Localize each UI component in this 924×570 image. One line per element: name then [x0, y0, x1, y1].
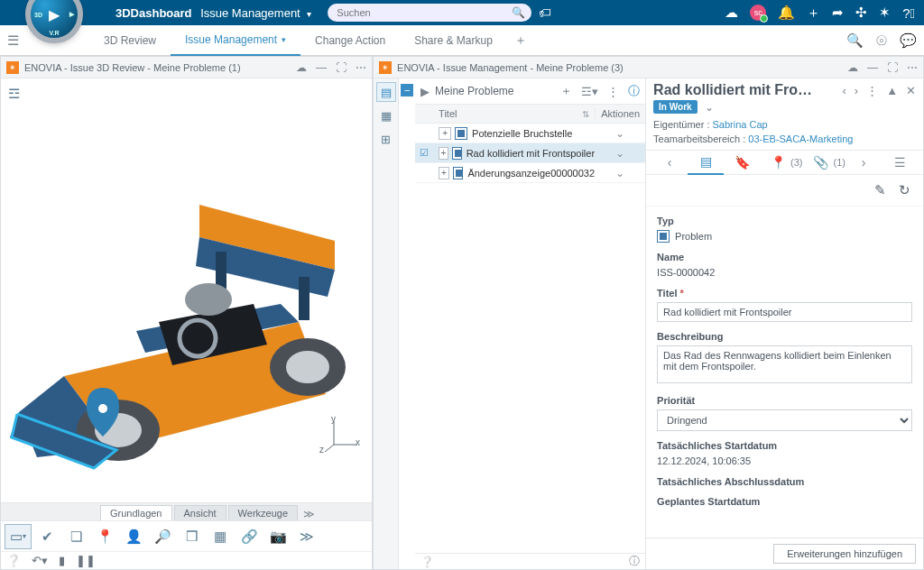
tool-cube[interactable]: ❒: [178, 524, 205, 549]
plus-icon[interactable]: ＋: [807, 5, 820, 22]
list-more-icon[interactable]: ⋮: [607, 85, 619, 98]
tool-layers[interactable]: ❏: [62, 524, 89, 549]
minimize-icon[interactable]: —: [316, 61, 327, 74]
share-icon[interactable]: ✣: [855, 5, 867, 21]
type-value: Problem: [675, 231, 712, 242]
row-actions-icon[interactable]: ⌄: [595, 127, 645, 140]
undo-icon[interactable]: ↶▾: [32, 554, 48, 567]
side-grid-icon[interactable]: ⊞: [376, 129, 396, 149]
axes-gizmo: y x z: [325, 418, 361, 452]
stop-icon[interactable]: ▮: [59, 554, 65, 567]
history-icon[interactable]: ↻: [899, 182, 910, 198]
tool-link[interactable]: 🔗: [236, 524, 263, 549]
minimize-icon[interactable]: —: [867, 61, 878, 74]
tag-icon[interactable]: 🏷: [539, 5, 551, 20]
coins-icon[interactable]: ⦾: [876, 32, 887, 49]
compass-widget[interactable]: W V.R ▶ 3D ▶: [29, 0, 79, 40]
tool-check[interactable]: ✔: [33, 524, 60, 549]
tab-change-action[interactable]: Change Action: [300, 25, 400, 56]
info-icon[interactable]: ⓘ: [628, 83, 640, 99]
vtab-ansicht[interactable]: Ansicht: [174, 505, 226, 520]
expand-icon[interactable]: +: [439, 147, 448, 160]
add-extensions-button[interactable]: Erweiterungen hinzufügen: [773, 544, 916, 564]
search-icon[interactable]: 🔍: [512, 6, 525, 19]
side-list-icon[interactable]: ▦: [376, 106, 396, 125]
tool-select[interactable]: ▭▾: [5, 524, 32, 549]
col-title[interactable]: Titel: [439, 108, 457, 119]
share-arrow-icon[interactable]: ➦: [832, 5, 844, 21]
title-input[interactable]: [657, 302, 912, 322]
more-icon[interactable]: ⋯: [907, 61, 918, 74]
pause-icon[interactable]: ❚❚: [76, 554, 96, 567]
expand-up-icon[interactable]: ▲: [886, 84, 898, 97]
tool-snapshot[interactable]: 📷: [264, 524, 291, 549]
search-input[interactable]: [328, 4, 531, 22]
owner-link[interactable]: Sabrina Cap: [713, 119, 768, 130]
tab-share-markup[interactable]: Share & Markup: [400, 25, 507, 56]
side-items-icon[interactable]: ▤: [376, 82, 396, 102]
add-tab-icon[interactable]: ＋: [514, 32, 527, 49]
help-icon[interactable]: ❔: [6, 554, 21, 567]
tab-issue-management[interactable]: Issue Management▾: [171, 25, 300, 56]
bell-icon[interactable]: 🔔: [778, 5, 795, 21]
row-actions-icon[interactable]: ⌄: [595, 167, 645, 179]
prev-icon[interactable]: ‹: [842, 84, 845, 97]
chevron-down-icon[interactable]: ▾: [307, 9, 311, 19]
expand-icon[interactable]: +: [439, 167, 449, 179]
hamburger-icon[interactable]: ☰: [7, 32, 19, 49]
vtab-grundlagen[interactable]: Grundlagen: [100, 505, 172, 520]
dtab-menu-icon[interactable]: ☰: [882, 155, 918, 170]
play-icon[interactable]: ▶: [420, 85, 430, 98]
cloud-icon[interactable]: ☁: [725, 5, 738, 21]
user-avatar[interactable]: sc: [750, 5, 766, 21]
row-checkbox[interactable]: ☑: [415, 147, 433, 159]
tab-3d-review[interactable]: 3D Review: [89, 25, 171, 56]
context-label[interactable]: Issue Management: [200, 6, 300, 20]
sort-icon[interactable]: ⇅: [582, 109, 589, 119]
table-row[interactable]: ☑ +Rad kollidiert mit Frontspoiler ⌄: [415, 143, 645, 163]
3d-viewport[interactable]: ☲: [1, 78, 372, 502]
tool-find[interactable]: 🔎: [149, 524, 176, 549]
next-icon[interactable]: ›: [855, 84, 858, 97]
add-issue-icon[interactable]: ＋: [560, 83, 572, 99]
tool-pin[interactable]: 📍: [91, 524, 118, 549]
help-icon[interactable]: ?⃝: [902, 5, 915, 21]
collapse-all-icon[interactable]: −: [401, 84, 413, 97]
help-icon[interactable]: ❔: [420, 556, 434, 568]
chat-icon[interactable]: 💬: [900, 32, 917, 49]
zoom-icon[interactable]: 🔍: [846, 32, 864, 49]
detail-next-icon[interactable]: ›: [845, 155, 882, 170]
tool-more[interactable]: ≫: [293, 524, 320, 549]
edit-icon[interactable]: ✎: [874, 182, 886, 198]
vtab-werkzeuge[interactable]: Werkzeuge: [228, 505, 298, 520]
cloud-icon[interactable]: ☁: [847, 61, 858, 74]
detail-prev-icon[interactable]: ‹: [651, 155, 688, 170]
tool-user[interactable]: 👤: [120, 524, 147, 549]
expand-icon[interactable]: +: [439, 127, 451, 140]
chevron-down-icon[interactable]: ⌄: [705, 101, 714, 114]
filter-icon[interactable]: ☲▾: [581, 85, 598, 98]
viewport-menu-icon[interactable]: ☲: [8, 86, 20, 102]
tool-grid[interactable]: ▦: [207, 524, 234, 549]
fullscreen-icon[interactable]: ⛶: [887, 61, 898, 74]
close-icon[interactable]: ✕: [906, 84, 916, 97]
dtab-properties-icon[interactable]: ▤: [688, 150, 724, 175]
desc-input[interactable]: Das Rad des Rennwagens kollidiert beim E…: [657, 345, 912, 383]
dtab-relations-icon[interactable]: 🔖: [724, 155, 760, 170]
table-row[interactable]: +Änderungsanzeige00000032 ⌄: [415, 163, 645, 183]
issue-list-title: Meine Probleme: [435, 85, 551, 97]
col-actions: Aktionen: [595, 108, 645, 119]
fullscreen-icon[interactable]: ⛶: [336, 61, 346, 74]
workspace-link[interactable]: 03-EB-SACA-Marketing: [748, 133, 853, 144]
table-row[interactable]: +Potenzielle Bruchstelle ⌄: [415, 124, 645, 143]
compass-play-icon: ▶: [49, 6, 60, 23]
panel-title-right: ENOVIA - Issue Management - Meine Proble…: [397, 62, 838, 73]
space-icon[interactable]: ✶: [879, 5, 891, 21]
info-icon[interactable]: ⓘ: [629, 554, 640, 569]
detail-more-icon[interactable]: ⋮: [866, 84, 878, 97]
vtab-more-icon[interactable]: ≫: [303, 508, 315, 520]
row-actions-icon[interactable]: ⌄: [595, 147, 645, 160]
cloud-icon[interactable]: ☁: [296, 61, 307, 74]
more-icon[interactable]: ⋯: [356, 61, 366, 74]
prio-select[interactable]: Dringend: [657, 409, 912, 431]
